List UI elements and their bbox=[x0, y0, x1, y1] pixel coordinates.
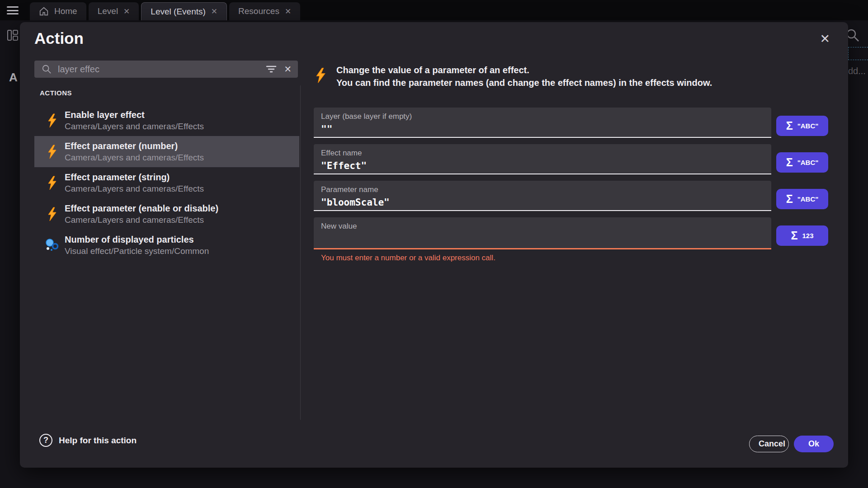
description-line-1: Change the value of a parameter of an ef… bbox=[336, 64, 712, 76]
action-title: Number of displayed particles bbox=[65, 234, 209, 245]
tab-close-icon[interactable]: ✕ bbox=[211, 7, 217, 16]
expression-editor-button[interactable]: Σ "ABC" bbox=[776, 152, 828, 173]
expression-editor-button[interactable]: Σ "ABC" bbox=[776, 116, 828, 136]
cancel-button[interactable]: Cancel bbox=[749, 436, 789, 452]
field-value: "Effect" bbox=[321, 160, 764, 171]
sigma-icon: Σ bbox=[791, 230, 797, 241]
tab-label: Level bbox=[98, 6, 118, 16]
close-icon[interactable]: ✕ bbox=[820, 33, 830, 45]
project-manager-icon bbox=[7, 30, 18, 41]
lightning-icon bbox=[45, 145, 59, 159]
expression-editor-button[interactable]: Σ "ABC" bbox=[776, 189, 828, 209]
action-path: Camera/Layers and cameras/Effects bbox=[65, 214, 218, 225]
home-icon bbox=[39, 6, 49, 16]
field-label: Parameter name bbox=[321, 185, 764, 194]
action-list-item[interactable]: Enable layer effect Camera/Layers and ca… bbox=[34, 105, 299, 136]
field-label: New value bbox=[321, 222, 764, 231]
action-search-bar[interactable]: ✕ bbox=[34, 61, 298, 78]
action-path: Camera/Layers and cameras/Effects bbox=[65, 183, 204, 194]
lightning-icon bbox=[45, 176, 59, 190]
field-value: "" bbox=[321, 124, 764, 135]
tab-bar: Home Level ✕ Level (Events) ✕ Resources … bbox=[0, 0, 868, 20]
sigma-icon: Σ bbox=[786, 193, 793, 205]
action-list-item[interactable]: Number of displayed particles Visual eff… bbox=[34, 230, 299, 261]
tab-level[interactable]: Level ✕ bbox=[89, 2, 139, 20]
action-dialog: Action ✕ ✕ ACTIONS Enable layer effect C… bbox=[20, 22, 848, 468]
actions-list: Enable layer effect Camera/Layers and ca… bbox=[34, 105, 299, 261]
action-title: Enable layer effect bbox=[65, 109, 204, 121]
panel-divider bbox=[300, 85, 301, 420]
action-description: Change the value of a parameter of an ef… bbox=[315, 64, 712, 89]
action-list-item[interactable]: Effect parameter (string) Camera/Layers … bbox=[34, 167, 299, 198]
background-partial-text: A bbox=[9, 70, 18, 84]
help-icon: ? bbox=[39, 434, 52, 447]
tab-home[interactable]: Home bbox=[30, 2, 86, 20]
particles-icon bbox=[45, 239, 59, 252]
description-line-2: You can find the parameter names (and ch… bbox=[336, 76, 712, 89]
action-title: Effect parameter (string) bbox=[65, 171, 204, 183]
help-link[interactable]: ? Help for this action bbox=[39, 434, 137, 447]
expression-type-label: "ABC" bbox=[797, 159, 819, 166]
tab-close-icon[interactable]: ✕ bbox=[285, 7, 291, 16]
sigma-icon: Σ bbox=[786, 157, 793, 168]
search-icon bbox=[42, 64, 52, 74]
action-path: Camera/Layers and cameras/Effects bbox=[65, 121, 204, 132]
action-list-item-selected[interactable]: Effect parameter (number) Camera/Layers … bbox=[34, 136, 299, 167]
ok-button[interactable]: Ok bbox=[794, 436, 834, 452]
dialog-title: Action bbox=[34, 29, 84, 47]
expression-type-label: "ABC" bbox=[797, 195, 819, 203]
expression-type-label: 123 bbox=[802, 232, 813, 239]
lightning-icon bbox=[45, 207, 59, 221]
field-value: "bloomScale" bbox=[321, 197, 764, 208]
filter-icon[interactable] bbox=[266, 65, 277, 74]
action-title: Effect parameter (enable or disable) bbox=[65, 202, 218, 214]
tab-level-events[interactable]: Level (Events) ✕ bbox=[141, 2, 227, 20]
field-layer[interactable]: Layer (base layer if empty) "" bbox=[314, 108, 771, 138]
lightning-icon bbox=[45, 113, 59, 128]
field-effect-name[interactable]: Effect name "Effect" bbox=[314, 144, 771, 174]
expression-editor-button[interactable]: Σ 123 bbox=[776, 225, 828, 246]
action-title: Effect parameter (number) bbox=[65, 140, 204, 152]
expression-type-label: "ABC" bbox=[797, 122, 819, 130]
tab-label: Resources bbox=[238, 6, 279, 16]
search-input[interactable] bbox=[58, 64, 266, 75]
menu-icon[interactable] bbox=[7, 6, 19, 14]
tab-label: Home bbox=[54, 6, 77, 16]
tab-close-icon[interactable]: ✕ bbox=[123, 7, 130, 16]
help-label: Help for this action bbox=[59, 436, 137, 446]
lightning-icon bbox=[315, 66, 326, 89]
section-header: ACTIONS bbox=[40, 89, 72, 97]
selection-dashed-box bbox=[848, 47, 868, 60]
field-label: Effect name bbox=[321, 149, 764, 158]
field-parameter-name[interactable]: Parameter name "bloomScale" bbox=[314, 181, 771, 211]
field-label: Layer (base layer if empty) bbox=[321, 112, 764, 121]
action-path: Camera/Layers and cameras/Effects bbox=[65, 152, 204, 163]
action-list-item[interactable]: Effect parameter (enable or disable) Cam… bbox=[34, 198, 299, 230]
action-path: Visual effect/Particle system/Common bbox=[65, 245, 209, 257]
field-new-value[interactable]: New value bbox=[314, 217, 771, 249]
tabs: Home Level ✕ Level (Events) ✕ Resources … bbox=[30, 2, 300, 20]
tab-resources[interactable]: Resources ✕ bbox=[229, 2, 300, 20]
validation-error: You must enter a number or a valid expre… bbox=[321, 253, 495, 263]
background-truncated-text: dd... bbox=[848, 66, 866, 76]
tab-label: Level (Events) bbox=[151, 7, 205, 17]
clear-search-icon[interactable]: ✕ bbox=[284, 64, 292, 75]
sigma-icon: Σ bbox=[786, 120, 793, 131]
